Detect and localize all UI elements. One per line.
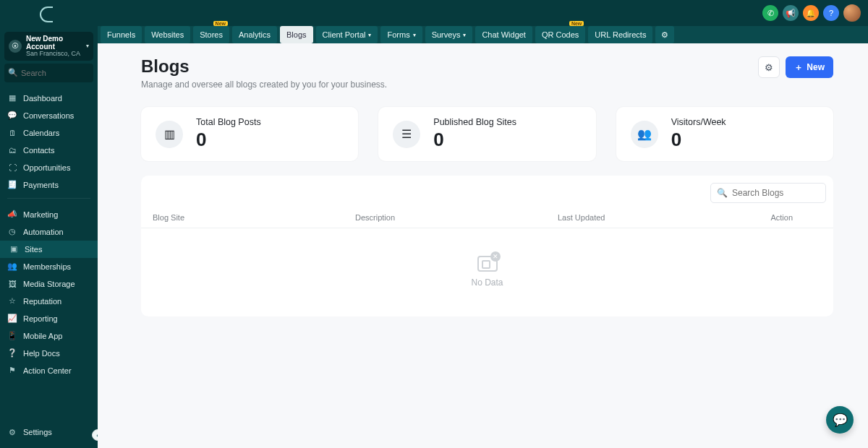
bell-icon[interactable]: 🔔	[803, 5, 819, 21]
nav-reporting[interactable]: 📈Reporting	[0, 310, 98, 327]
tab-chat-widget[interactable]: Chat Widget	[475, 26, 532, 43]
nav-label: Conversations	[23, 111, 74, 120]
gear-icon: ⚙	[661, 30, 668, 40]
tab-redirects[interactable]: URL Redirects	[588, 26, 652, 43]
nav-sites[interactable]: ▣Sites	[0, 241, 98, 258]
nav-opportunities[interactable]: ⛶Opportunities	[0, 159, 98, 176]
sites-icon: ▣	[9, 244, 19, 254]
search-icon: 🔍	[8, 68, 18, 77]
gear-icon: ⚙	[7, 427, 17, 437]
nav-label: Action Center	[23, 366, 72, 375]
nav-label: Reputation	[23, 297, 61, 306]
nav-label: Help Docs	[23, 349, 60, 358]
stat-value: 0	[671, 129, 726, 151]
col-updated: Last Updated	[558, 213, 735, 222]
tab-forms[interactable]: Forms▾	[380, 26, 422, 43]
nav-settings[interactable]: ⚙Settings	[0, 423, 98, 441]
new-blog-button[interactable]: ＋New	[786, 56, 833, 78]
col-description: Description	[355, 213, 558, 222]
phone-icon[interactable]: ✆	[762, 5, 778, 21]
nav-automation[interactable]: ◷Automation	[0, 223, 98, 241]
nav-label: Memberships	[23, 262, 71, 271]
nav-memberships[interactable]: 👥Memberships	[0, 258, 98, 275]
nav-label: Settings	[23, 428, 52, 436]
nav-calendars[interactable]: 🗓Calendars	[0, 124, 98, 142]
stat-total-posts: ▥ Total Blog Posts 0	[141, 107, 358, 161]
nav-reputation[interactable]: ☆Reputation	[0, 293, 98, 310]
stat-published: ☰ Published Blog Sites 0	[378, 107, 595, 161]
empty-state: No Data	[141, 228, 833, 288]
grid-icon: ▦	[7, 93, 17, 103]
tab-stores[interactable]: StoresNew	[193, 26, 229, 43]
tabbar: Funnels Websites StoresNew Analytics Blo…	[98, 26, 868, 43]
stat-row: ▥ Total Blog Posts 0 ☰ Published Blog Si…	[141, 107, 833, 161]
sidebar: ⦿ New Demo Account San Francisco, CA ▾ 🔍…	[0, 0, 98, 448]
search-blogs[interactable]: 🔍	[710, 183, 826, 203]
nav-label: Contacts	[23, 146, 54, 155]
account-location: San Francisco, CA	[26, 51, 82, 58]
nav-marketing[interactable]: 📣Marketing	[0, 206, 98, 223]
nav-contacts[interactable]: 🗂Contacts	[0, 142, 98, 159]
logo-mark-icon	[40, 7, 53, 22]
tab-analytics[interactable]: Analytics	[232, 26, 277, 43]
nav-media[interactable]: 🖼Media Storage	[0, 275, 98, 293]
stat-label: Published Blog Sites	[433, 117, 516, 127]
tab-surveys[interactable]: Surveys▾	[425, 26, 473, 43]
tab-label: Forms	[387, 30, 409, 39]
tab-client-portal[interactable]: Client Portal▾	[316, 26, 378, 43]
chevron-down-icon: ▾	[368, 32, 371, 38]
nav-secondary: 📣Marketing ◷Automation ▣Sites 👥Membershi…	[0, 206, 98, 379]
calendar-icon: 🗓	[7, 128, 17, 138]
new-badge: New	[213, 21, 228, 26]
chat-fab[interactable]: 💬	[826, 406, 854, 434]
logo[interactable]	[0, 0, 98, 29]
published-icon: ☰	[393, 121, 420, 148]
user-avatar[interactable]	[843, 4, 861, 22]
tab-label: URL Redirects	[595, 30, 646, 39]
nav-payments[interactable]: 🧾Payments	[0, 176, 98, 194]
tab-qr[interactable]: QR CodesNew	[535, 26, 585, 43]
sidebar-search[interactable]: 🔍 ctrl K 📌	[4, 64, 93, 82]
help-icon: ❔	[7, 348, 17, 358]
col-action: Action	[735, 213, 822, 222]
tab-label: Surveys	[432, 30, 461, 39]
page-subtitle: Manage and oversee all blogs created by …	[141, 79, 387, 90]
tab-label: Chat Widget	[482, 30, 526, 39]
nav-label: Sites	[25, 245, 42, 254]
payments-icon: 🧾	[7, 180, 17, 190]
tab-label: Websites	[151, 30, 184, 39]
phone-icon: 📱	[7, 331, 17, 341]
nav-action-center[interactable]: ⚑Action Center	[0, 362, 98, 379]
help-icon[interactable]: ?	[823, 5, 839, 21]
tab-blogs[interactable]: Blogs	[280, 26, 313, 43]
stat-visitors: 👥 Visitors/Week 0	[616, 107, 833, 161]
search-icon: 🔍	[717, 188, 728, 198]
stat-label: Visitors/Week	[671, 117, 726, 127]
nav-help[interactable]: ❔Help Docs	[0, 345, 98, 362]
stat-value: 0	[433, 129, 516, 151]
page-settings-button[interactable]: ⚙	[758, 56, 780, 78]
star-icon: ☆	[7, 296, 17, 306]
posts-icon: ▥	[156, 121, 183, 148]
nav-label: Opportunities	[23, 163, 70, 172]
nav-label: Payments	[23, 181, 59, 189]
account-switcher[interactable]: ⦿ New Demo Account San Francisco, CA ▾	[4, 32, 93, 61]
chevron-down-icon: ▾	[86, 43, 89, 49]
chevron-down-icon: ▾	[463, 32, 466, 38]
nav-conversations[interactable]: 💬Conversations	[0, 107, 98, 124]
tab-settings[interactable]: ⚙	[655, 26, 674, 43]
nav-dashboard[interactable]: ▦Dashboard	[0, 90, 98, 107]
tab-label: Blogs	[286, 30, 307, 39]
sidebar-search-input[interactable]	[21, 69, 98, 77]
announce-icon[interactable]: 📢	[783, 5, 799, 21]
tab-funnels[interactable]: Funnels	[101, 26, 142, 43]
table-head: Blog Site Description Last Updated Actio…	[141, 209, 833, 228]
nav-label: Dashboard	[23, 94, 62, 103]
users-icon: 👥	[7, 262, 17, 272]
tab-websites[interactable]: Websites	[145, 26, 190, 43]
account-avatar-icon: ⦿	[9, 40, 22, 53]
chat-icon: 💬	[833, 413, 848, 428]
search-blogs-input[interactable]	[732, 188, 841, 198]
no-data-icon	[477, 256, 498, 272]
nav-mobile[interactable]: 📱Mobile App	[0, 327, 98, 345]
